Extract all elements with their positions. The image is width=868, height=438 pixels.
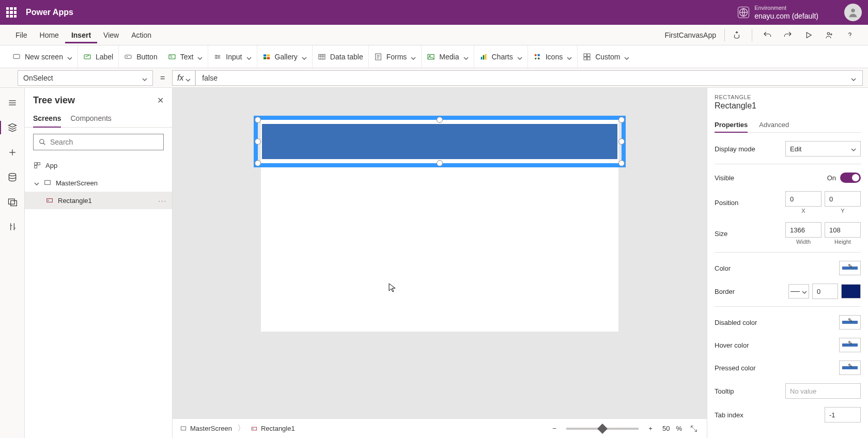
color-swatch[interactable]: ✎ — [839, 261, 861, 275]
play-icon[interactable] — [800, 26, 817, 44]
visible-toggle[interactable] — [840, 173, 861, 183]
svg-rect-20 — [537, 54, 539, 56]
text-dropdown[interactable]: Text — [163, 45, 209, 68]
position-y-input[interactable]: 0 — [825, 191, 861, 207]
position-label: Position — [715, 199, 738, 207]
tree-app-label: App — [45, 162, 57, 169]
data-table-button[interactable]: Data table — [313, 45, 369, 68]
menu-action[interactable]: Action — [125, 27, 158, 43]
menu-view[interactable]: View — [97, 27, 125, 43]
tabindex-input[interactable]: -1 — [825, 407, 861, 423]
gallery-dropdown[interactable]: Gallery — [257, 45, 313, 68]
selected-rectangle[interactable] — [254, 116, 626, 167]
cursor-icon — [389, 283, 396, 292]
insert-icon[interactable] — [4, 144, 21, 161]
media-label: Media — [439, 53, 459, 61]
tree-view-panel: Tree view ✕ Screens Components App Maste… — [25, 88, 173, 438]
more-icon[interactable]: ··· — [158, 197, 167, 205]
menu-insert[interactable]: Insert — [65, 27, 97, 43]
app-launcher-icon[interactable] — [6, 7, 17, 18]
zoom-slider[interactable] — [566, 428, 639, 430]
pressed-color-swatch[interactable]: ✎ — [839, 361, 861, 375]
redo-icon[interactable] — [779, 26, 797, 44]
environment-picker[interactable]: Environment enayu.com (default) — [738, 4, 818, 21]
forms-dropdown[interactable]: Forms — [369, 45, 422, 68]
label-button[interactable]: Label — [78, 45, 119, 68]
advanced-tools-icon[interactable] — [4, 218, 21, 236]
tab-advanced[interactable]: Advanced — [759, 118, 789, 132]
tab-components[interactable]: Components — [70, 110, 111, 127]
tooltip-input[interactable]: No value — [785, 383, 861, 399]
svg-rect-10 — [264, 57, 266, 59]
tree-rectangle-node[interactable]: Rectangle1 ··· — [25, 192, 172, 209]
border-width-input[interactable]: 0 — [812, 284, 838, 299]
svg-rect-37 — [252, 427, 256, 430]
breadcrumb-screen[interactable]: MasterScreen — [180, 425, 232, 432]
width-label: Width — [785, 239, 822, 245]
border-style-select[interactable] — [788, 284, 809, 299]
hover-color-swatch[interactable]: ✎ — [839, 338, 861, 352]
svg-point-35 — [48, 200, 49, 201]
help-icon[interactable] — [841, 26, 859, 44]
fx-button[interactable]: fx — [172, 70, 196, 86]
custom-dropdown[interactable]: Custom — [578, 45, 634, 68]
icons-dropdown[interactable]: Icons — [528, 45, 578, 68]
formula-input[interactable]: false — [196, 70, 863, 86]
position-x-input[interactable]: 0 — [785, 191, 822, 207]
y-label: Y — [825, 208, 861, 214]
property-name: OnSelect — [23, 74, 53, 82]
fit-screen-icon[interactable] — [688, 423, 700, 434]
data-icon[interactable] — [4, 168, 21, 186]
svg-rect-22 — [584, 54, 586, 56]
width-input[interactable]: 1366 — [785, 222, 822, 238]
input-label: Input — [226, 53, 242, 61]
app-checker-icon[interactable] — [728, 26, 746, 44]
svg-rect-18 — [485, 54, 486, 59]
close-icon[interactable]: ✕ — [157, 96, 164, 105]
formula-bar: OnSelect = fx false — [0, 68, 868, 88]
breadcrumb-item[interactable]: Rectangle1 — [251, 425, 295, 432]
height-input[interactable]: 108 — [825, 222, 861, 238]
app-name[interactable]: FirstCanvasApp — [664, 31, 716, 39]
control-name[interactable]: Rectangle1 — [715, 101, 861, 111]
zoom-out-button[interactable]: − — [549, 423, 560, 434]
input-dropdown[interactable]: Input — [208, 45, 257, 68]
svg-rect-3 — [13, 54, 20, 58]
undo-icon[interactable] — [758, 26, 776, 44]
zoom-in-button[interactable]: + — [645, 423, 656, 434]
share-icon[interactable] — [820, 26, 838, 44]
tree-app-node[interactable]: App — [25, 157, 172, 174]
tab-properties[interactable]: Properties — [715, 118, 748, 133]
data-table-label: Data table — [330, 53, 363, 61]
svg-point-19 — [534, 54, 536, 56]
media-dropdown[interactable]: Media — [422, 45, 474, 68]
tree-view-icon[interactable] — [4, 119, 21, 136]
property-selector[interactable]: OnSelect — [18, 70, 153, 86]
tree-screen-label: MasterScreen — [56, 179, 98, 187]
custom-label: Custom — [595, 53, 620, 61]
search-input[interactable] — [50, 138, 158, 146]
new-screen-button[interactable]: New screen — [7, 45, 78, 68]
chevron-down-icon — [67, 54, 72, 59]
hamburger-icon[interactable] — [4, 94, 21, 112]
user-avatar[interactable] — [844, 4, 862, 21]
display-mode-select[interactable]: Edit — [785, 141, 861, 157]
visible-on-label: On — [827, 174, 836, 182]
border-color-swatch[interactable] — [841, 284, 861, 299]
chevron-down-icon[interactable] — [34, 180, 39, 185]
canvas-screen[interactable] — [261, 119, 618, 332]
menu-file[interactable]: File — [9, 27, 34, 43]
button-button[interactable]: Button — [119, 45, 162, 68]
svg-rect-7 — [169, 55, 175, 59]
tab-screens[interactable]: Screens — [33, 110, 61, 128]
tree-search[interactable] — [33, 134, 164, 150]
menu-home[interactable]: Home — [34, 27, 65, 43]
svg-point-26 — [9, 174, 16, 176]
charts-dropdown[interactable]: Charts — [474, 45, 528, 68]
formula-expand-icon[interactable] — [851, 75, 856, 81]
disabled-color-swatch[interactable]: ✎ — [839, 315, 861, 330]
search-icon — [39, 138, 46, 146]
media-panel-icon[interactable] — [4, 193, 21, 211]
tree-screen-node[interactable]: MasterScreen — [25, 174, 172, 192]
svg-rect-24 — [584, 57, 586, 59]
